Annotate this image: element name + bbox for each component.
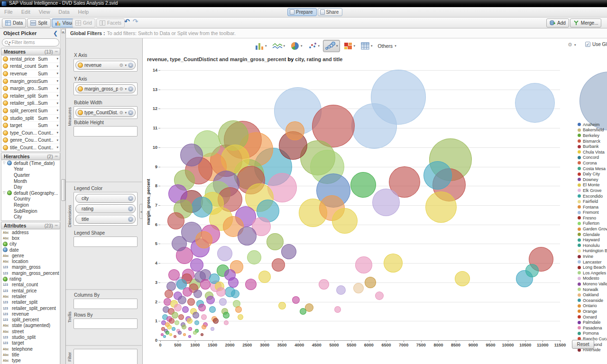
bubble[interactable] bbox=[355, 256, 372, 273]
token-remove-icon[interactable]: ✕ bbox=[128, 86, 133, 91]
measure-row[interactable]: margin_grossSum▾ bbox=[1, 78, 60, 85]
menu-help[interactable]: Help bbox=[74, 7, 93, 17]
bubble[interactable] bbox=[172, 312, 178, 318]
legend-item[interactable]: Oxnard bbox=[578, 314, 607, 320]
bar-chart-button[interactable]: ▾ bbox=[253, 40, 269, 52]
scatter-chart-button[interactable]: ▾ bbox=[306, 40, 322, 52]
legend-item[interactable]: Fontana bbox=[578, 204, 607, 210]
checkbox-icon[interactable]: ✓ bbox=[585, 42, 590, 47]
bubble[interactable] bbox=[425, 191, 457, 223]
collapse-section-icon[interactable]: ^^ bbox=[55, 224, 57, 228]
aggregation-caret-icon[interactable]: ▾ bbox=[54, 72, 58, 75]
hierarchy-level-row[interactable]: Month bbox=[1, 178, 60, 184]
bubble[interactable] bbox=[209, 306, 216, 313]
attribute-row[interactable]: 123revenue bbox=[1, 311, 60, 317]
chart-type-caret-icon[interactable]: ▾ bbox=[318, 44, 320, 48]
hierarchy-level-row[interactable]: Year bbox=[1, 166, 60, 173]
chart-type-caret-icon[interactable]: ▾ bbox=[301, 44, 303, 48]
bubble[interactable] bbox=[169, 333, 172, 336]
legend-item[interactable]: Anaheim bbox=[578, 122, 607, 127]
y-axis-feed[interactable]: margin_gross_p... ⚙ ▾ ✕ bbox=[74, 82, 138, 95]
bubble[interactable] bbox=[187, 318, 193, 324]
bubble[interactable] bbox=[193, 331, 197, 335]
bubble[interactable] bbox=[372, 189, 400, 216]
hierarchy-level-row[interactable]: City bbox=[1, 214, 60, 220]
menu-file[interactable]: File bbox=[0, 7, 17, 17]
measure-row[interactable]: rental_priceSum▾ bbox=[1, 55, 60, 63]
bubble[interactable] bbox=[281, 244, 296, 259]
settings-caret-icon[interactable]: ▾ bbox=[574, 43, 576, 47]
token-caret-icon[interactable]: ▾ bbox=[125, 87, 127, 91]
bubble[interactable] bbox=[332, 208, 358, 234]
y-axis-token[interactable]: margin_gross_p... ⚙ ▾ ✕ bbox=[75, 84, 136, 93]
token-remove-icon[interactable]: ✕ bbox=[128, 217, 133, 222]
legend-item[interactable]: Hayward bbox=[578, 237, 607, 243]
legend-item[interactable]: Ontario bbox=[578, 303, 607, 309]
bubble[interactable] bbox=[164, 298, 171, 306]
legend-item[interactable]: Chula Vista bbox=[578, 149, 607, 155]
legend-item[interactable]: Glendale bbox=[578, 232, 607, 237]
table-chart-button[interactable]: ▾ bbox=[359, 40, 375, 52]
legend-item[interactable]: Fullerton bbox=[578, 221, 607, 227]
heatmap-chart-button[interactable]: ▾ bbox=[341, 40, 358, 52]
legend-item[interactable]: El Monte bbox=[578, 182, 607, 188]
legend-item[interactable]: Berkeley bbox=[578, 133, 607, 138]
legend-item[interactable]: Honolulu bbox=[578, 243, 607, 248]
hierarchy-level-row[interactable]: SubRegion bbox=[1, 208, 60, 214]
attribute-row[interactable]: Abctitle bbox=[1, 352, 60, 357]
legend-item[interactable]: Concord bbox=[578, 155, 607, 161]
attribute-row[interactable]: 123studio_split bbox=[1, 334, 60, 340]
x-axis-token[interactable]: revenue ⚙ ▾ ✕ bbox=[75, 61, 136, 70]
others-caret-icon[interactable]: ▾ bbox=[395, 44, 396, 48]
bubble[interactable] bbox=[198, 304, 206, 311]
filter-feed[interactable] bbox=[74, 349, 138, 364]
token-settings-icon[interactable]: ⚙ bbox=[120, 63, 124, 68]
legend-shape-feed[interactable] bbox=[74, 237, 138, 247]
legend-item[interactable]: Norwalk bbox=[578, 287, 607, 292]
x-axis-feed[interactable]: revenue ⚙ ▾ ✕ bbox=[74, 59, 138, 72]
bubble[interactable] bbox=[192, 197, 212, 218]
token-remove-icon[interactable]: ✕ bbox=[128, 206, 133, 211]
bubble[interactable] bbox=[515, 83, 555, 123]
bubble[interactable] bbox=[285, 121, 304, 140]
bubble[interactable] bbox=[211, 327, 214, 331]
split-view-button[interactable]: Split bbox=[27, 18, 50, 27]
legend-item[interactable]: Irvine bbox=[578, 254, 607, 259]
attribute-row[interactable]: Abcretailer bbox=[1, 293, 60, 299]
legend-item[interactable]: Huntington Beach bbox=[578, 248, 607, 254]
aggregation-caret-icon[interactable]: ▾ bbox=[54, 138, 58, 142]
measure-row[interactable]: rental_countSum▾ bbox=[1, 63, 60, 71]
hierarchy-level-row[interactable]: Day bbox=[1, 184, 60, 190]
menu-data[interactable]: Data bbox=[54, 7, 74, 17]
expand-icon[interactable]: ▽ bbox=[3, 161, 7, 165]
filter-items-input[interactable]: ▾ Filter items bbox=[2, 38, 59, 46]
add-dataset-button[interactable]: Add bbox=[546, 18, 569, 27]
chart-type-caret-icon[interactable]: ▾ bbox=[284, 44, 285, 48]
hierarchy-group-row[interactable]: ▽default (Geography... bbox=[1, 190, 60, 196]
bubble[interactable] bbox=[166, 331, 169, 335]
bubble[interactable] bbox=[172, 327, 175, 331]
legend-item[interactable]: Pomona bbox=[578, 331, 607, 337]
token-remove-icon[interactable]: ✕ bbox=[128, 110, 133, 115]
measure-row[interactable]: retailer_spli...Sum▾ bbox=[1, 100, 60, 108]
legend-item[interactable]: Moreno Valley bbox=[578, 281, 607, 287]
measure-row[interactable]: margin_gro...Sum▾ bbox=[1, 85, 60, 92]
reset-button[interactable]: Reset bbox=[572, 340, 594, 349]
bubble[interactable] bbox=[178, 296, 186, 304]
bubble[interactable] bbox=[167, 325, 172, 329]
sidebar-scrollbar[interactable]: ▲ bbox=[60, 28, 65, 364]
bubble[interactable] bbox=[167, 212, 184, 229]
bubble[interactable] bbox=[228, 277, 239, 288]
scrollbar-thumb[interactable] bbox=[61, 179, 65, 201]
bubble[interactable] bbox=[384, 254, 403, 273]
token-settings-icon[interactable]: ⚙ bbox=[120, 110, 124, 115]
data-view-button[interactable]: Data bbox=[2, 18, 26, 27]
attribute-row[interactable]: 123margin_gross bbox=[1, 264, 60, 270]
aggregation-caret-icon[interactable]: ▾ bbox=[54, 101, 58, 105]
legend-item[interactable]: Lancaster bbox=[578, 259, 607, 265]
legend-item[interactable]: Elk Grove bbox=[578, 188, 607, 193]
measure-row[interactable]: title_Count...Count...▾ bbox=[1, 144, 60, 152]
bubble[interactable] bbox=[193, 312, 199, 318]
aggregation-caret-icon[interactable]: ▾ bbox=[54, 79, 58, 83]
bubble[interactable] bbox=[219, 298, 227, 306]
